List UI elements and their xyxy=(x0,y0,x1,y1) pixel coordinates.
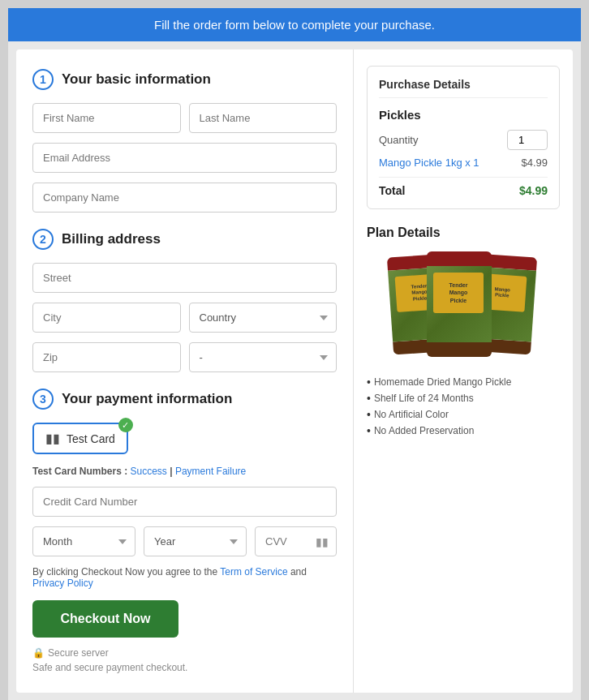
item-row: Mango Pickle 1kg x 1 $4.99 xyxy=(379,157,548,169)
zip-input[interactable] xyxy=(32,342,181,372)
section2-number: 2 xyxy=(32,229,54,250)
section3-number: 3 xyxy=(32,389,54,410)
cc-number-input[interactable] xyxy=(32,487,337,517)
card-icon: ▮▮ xyxy=(45,431,60,446)
section1-number: 1 xyxy=(32,69,54,90)
cc-row xyxy=(32,487,337,517)
jar-center: TenderMangoPickle xyxy=(427,251,492,357)
left-panel: 1 Your basic information 2 Billing addre… xyxy=(16,49,354,693)
checkout-button[interactable]: Checkout Now xyxy=(32,600,178,638)
total-label: Total xyxy=(379,184,405,197)
section3-header: 3 Your payment information xyxy=(32,389,337,410)
purchase-details-title: Purchase Details xyxy=(379,78,548,98)
right-panel: Purchase Details Pickles Quantity Mango … xyxy=(354,49,573,693)
safe-text: Safe and secure payment checkout. xyxy=(32,662,337,673)
street-input[interactable] xyxy=(32,263,337,293)
cvv-card-icon: ▮▮ xyxy=(316,535,329,548)
jar-container: TenderMangoPickle TenderMangoPickle xyxy=(382,251,544,357)
test-card-numbers: Test Card Numbers : Success | Payment Fa… xyxy=(32,466,337,477)
card-label: Test Card xyxy=(67,432,115,445)
quantity-row: Quantity xyxy=(379,130,548,150)
month-year-cvv-row: Month 01020304 05060708 09101112 Year 20… xyxy=(32,526,337,556)
company-row xyxy=(32,183,337,213)
payment-failure-link[interactable]: Payment Failure xyxy=(175,466,246,477)
company-input[interactable] xyxy=(32,183,337,213)
purchase-details-box: Purchase Details Pickles Quantity Mango … xyxy=(367,66,560,209)
success-link[interactable]: Success xyxy=(130,466,166,477)
city-input[interactable] xyxy=(32,303,181,333)
secure-label: Secure server xyxy=(48,647,109,659)
section1-title: Your basic information xyxy=(62,71,211,88)
state-select[interactable]: - xyxy=(189,342,337,372)
terms-before: By clicking Checkout Now you agree to th… xyxy=(32,566,220,578)
check-badge: ✓ xyxy=(118,418,133,432)
quantity-label: Quantity xyxy=(379,134,418,146)
feature-3: No Artificial Color xyxy=(367,409,560,420)
quantity-input[interactable] xyxy=(507,130,548,150)
street-row xyxy=(32,263,337,293)
terms-text: By clicking Checkout Now you agree to th… xyxy=(32,566,337,589)
plan-details-title: Plan Details xyxy=(367,225,560,240)
name-row xyxy=(32,103,337,133)
pickles-heading: Pickles xyxy=(379,108,548,122)
section2-title: Billing address xyxy=(62,231,161,247)
country-select[interactable]: Country United States United Kingdom Can… xyxy=(189,303,337,333)
city-country-row: Country United States United Kingdom Can… xyxy=(32,303,337,333)
secure-text: 🔒 Secure server xyxy=(32,647,337,659)
pickle-images: TenderMangoPickle TenderMangoPickle xyxy=(367,251,560,365)
plan-details: Plan Details TenderMangoPickle xyxy=(367,225,560,436)
feature-4: No Added Preservation xyxy=(367,425,560,436)
email-input[interactable] xyxy=(32,143,337,173)
tos-link[interactable]: Term of Service xyxy=(220,566,287,578)
page-wrapper: Fill the order form below to complete yo… xyxy=(8,8,581,700)
first-name-input[interactable] xyxy=(32,103,181,133)
cvv-wrapper: ▮▮ xyxy=(255,526,337,556)
terms-and: and xyxy=(288,566,307,578)
lock-icon: 🔒 xyxy=(32,647,45,659)
section3-title: Your payment information xyxy=(62,391,232,407)
section2-header: 2 Billing address xyxy=(32,229,337,250)
total-price: $4.99 xyxy=(519,184,548,197)
plan-features-list: Homemade Dried Mango Pickle Shelf Life o… xyxy=(367,376,560,436)
section1-header: 1 Your basic information xyxy=(32,69,337,90)
month-select[interactable]: Month 01020304 05060708 09101112 xyxy=(32,526,135,556)
zip-state-row: - xyxy=(32,342,337,372)
email-row xyxy=(32,143,337,173)
item-price: $4.99 xyxy=(521,157,548,169)
main-content: 1 Your basic information 2 Billing addre… xyxy=(16,49,573,693)
top-banner: Fill the order form below to complete yo… xyxy=(8,8,581,41)
test-numbers-label: Test Card Numbers : xyxy=(32,466,127,477)
test-card-button[interactable]: ▮▮ Test Card ✓ xyxy=(32,423,128,454)
banner-text: Fill the order form below to complete yo… xyxy=(154,18,435,32)
year-select[interactable]: Year 20242025202620272028 xyxy=(144,526,247,556)
privacy-link[interactable]: Privacy Policy xyxy=(32,578,93,589)
last-name-input[interactable] xyxy=(189,103,337,133)
feature-1: Homemade Dried Mango Pickle xyxy=(367,376,560,388)
item-name: Mango Pickle 1kg x 1 xyxy=(379,157,479,169)
feature-2: Shelf Life of 24 Months xyxy=(367,393,560,404)
total-row: Total $4.99 xyxy=(379,177,548,197)
